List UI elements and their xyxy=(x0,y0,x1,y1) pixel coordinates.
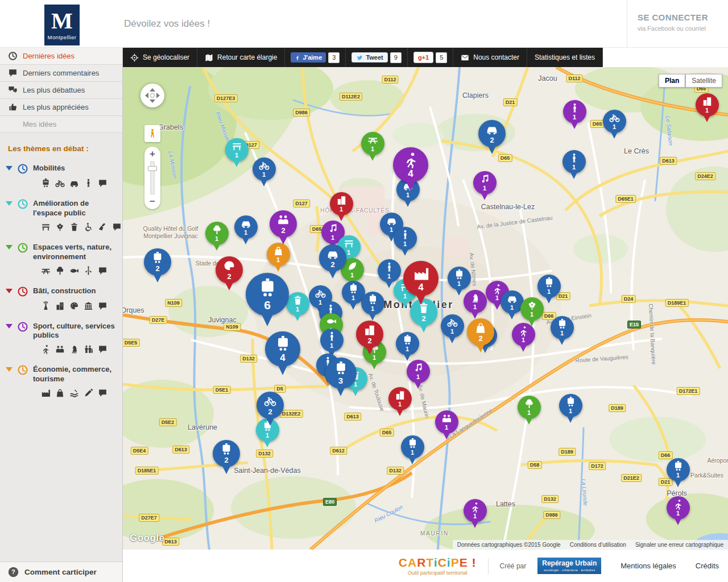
map-marker[interactable]: 1 xyxy=(537,275,561,298)
tweet-count: 9 xyxy=(390,52,402,63)
map-marker[interactable]: 1 xyxy=(401,435,424,459)
wide-map-button[interactable]: Retour carte élargie xyxy=(197,48,285,67)
marker-count: 1 xyxy=(495,295,499,301)
map-marker[interactable]: 1 xyxy=(407,360,430,383)
map-marker[interactable]: 1 xyxy=(361,132,384,155)
map-marker[interactable]: 1 xyxy=(464,290,487,313)
map-marker[interactable]: 1 xyxy=(518,396,541,419)
stats-button[interactable]: Statistiques et listes xyxy=(527,48,603,67)
reperage-urbain-logo[interactable]: Repérage Urbain sociologie · urbanisme ·… xyxy=(537,558,601,574)
marker-count: 2 xyxy=(224,456,228,464)
terms-link[interactable]: Conditions d'utilisation xyxy=(570,542,626,548)
sidebar-item-les-plus-debattues[interactable]: Les plus débattues xyxy=(0,82,122,99)
zoom-in-button[interactable]: + xyxy=(144,148,160,160)
map-marker[interactable]: 1 xyxy=(603,110,626,133)
gplus-button[interactable]: g+1 xyxy=(413,52,433,63)
facebook-like-button[interactable]: J'aime xyxy=(291,52,326,63)
clock-icon xyxy=(17,242,28,253)
help-button[interactable]: ? Comment carticiper xyxy=(0,562,122,582)
tweet-button[interactable]: Tweet xyxy=(351,52,387,63)
map-marker[interactable]: 4 xyxy=(403,261,439,296)
map-marker[interactable]: 1 xyxy=(563,100,586,123)
map-marker[interactable]: 1 xyxy=(667,458,690,481)
map-marker[interactable]: 1 xyxy=(286,292,309,315)
theme-header-bati[interactable]: Bâti, construction xyxy=(6,286,118,297)
map-marker[interactable]: 2 xyxy=(467,318,494,346)
comment-icon xyxy=(8,68,18,78)
sidebar-item-mes-idees[interactable]: Mes idées xyxy=(0,116,122,133)
zoom-slider-handle[interactable] xyxy=(148,166,157,171)
map-marker[interactable]: 2 xyxy=(257,392,284,419)
contact-button[interactable]: Nous contacter xyxy=(453,48,527,67)
sidebar-item-les-plus-appreciees[interactable]: Les plus appréciées xyxy=(0,99,122,116)
footer-link-credits[interactable]: Crédits xyxy=(696,562,719,570)
map-marker[interactable]: 4 xyxy=(393,147,428,182)
theme-header-economie[interactable]: Économie, commerce, tourisme xyxy=(6,364,118,384)
map-marker[interactable]: 6 xyxy=(246,273,289,316)
map-marker[interactable]: 1 xyxy=(361,292,384,315)
theme-header-espace_public[interactable]: Amélioration de l'espace public xyxy=(6,198,118,218)
zoom-slider[interactable] xyxy=(144,161,160,194)
map-marker[interactable]: 1 xyxy=(320,329,344,352)
login-button[interactable]: SE CONNECTER via Facebook ou courriel xyxy=(627,0,728,48)
map-marker[interactable]: 1 xyxy=(234,215,258,239)
map-marker[interactable]: 1 xyxy=(267,243,290,266)
map-marker[interactable]: 1 xyxy=(205,222,229,245)
map-marker[interactable]: 1 xyxy=(520,297,544,321)
chevron-down-icon[interactable] xyxy=(6,201,13,206)
chevron-down-icon[interactable] xyxy=(6,166,13,171)
chevron-down-icon[interactable] xyxy=(6,289,13,293)
map-marker[interactable]: 2 xyxy=(213,440,240,467)
theme-header-espaces_verts[interactable]: Espaces verts, nature, environnement xyxy=(6,242,118,262)
map-marker[interactable]: 1 xyxy=(559,394,582,417)
map-marker[interactable]: 1 xyxy=(394,227,417,250)
tram-icon xyxy=(367,294,378,305)
map-marker[interactable]: 1 xyxy=(667,496,690,519)
chevron-down-icon[interactable] xyxy=(6,324,13,329)
map-marker[interactable]: 1 xyxy=(378,259,401,282)
map-marker[interactable]: 1 xyxy=(448,267,471,290)
map-marker[interactable]: 1 xyxy=(512,323,535,346)
map-marker[interactable]: 3 xyxy=(325,357,357,389)
theme-header-mobilites[interactable]: Mobilités xyxy=(6,163,118,174)
marker-count: 1 xyxy=(350,272,354,278)
map-pan-control[interactable] xyxy=(140,83,165,108)
map-marker[interactable]: 1 xyxy=(696,93,719,117)
map-marker[interactable]: 1 xyxy=(225,138,249,161)
map-marker[interactable]: 1 xyxy=(388,387,412,410)
flower-icon xyxy=(55,222,65,232)
map-marker[interactable]: 1 xyxy=(396,332,419,355)
geolocate-button[interactable]: Se géolocaliser xyxy=(123,48,197,67)
map-marker[interactable]: 2 xyxy=(144,248,171,276)
map-marker[interactable]: 1 xyxy=(435,410,458,434)
map-marker[interactable]: 4 xyxy=(265,331,300,367)
pegman-icon[interactable] xyxy=(144,125,160,142)
map-marker[interactable]: 1 xyxy=(473,171,497,194)
carticipe-logo[interactable]: CARTiCiPE ! Outil participatif territori… xyxy=(399,556,477,576)
footer-link-mentions-legales[interactable]: Mentions légales xyxy=(621,562,676,570)
map-marker[interactable]: 2 xyxy=(356,321,383,348)
building-icon xyxy=(336,195,347,206)
map-marker[interactable]: 2 xyxy=(270,210,297,238)
map-type-satellite-button[interactable]: Satellite xyxy=(685,74,722,88)
theme-header-sport_culture[interactable]: Sport, culture, services publics xyxy=(6,321,118,341)
map-type-plan-button[interactable]: Plan xyxy=(659,74,685,88)
map-marker[interactable]: 1 xyxy=(464,499,487,522)
marker-count: 1 xyxy=(457,281,461,287)
chevron-down-icon[interactable] xyxy=(6,245,13,250)
map-marker[interactable]: 2 xyxy=(319,244,346,272)
report-error-link[interactable]: Signaler une erreur cartographique xyxy=(635,542,723,548)
chevron-down-icon[interactable] xyxy=(6,367,13,372)
sidebar-item-derniers-commentaires[interactable]: Derniers commentaires xyxy=(0,65,122,82)
map-marker[interactable]: 2 xyxy=(478,120,506,147)
map-marker[interactable]: 1 xyxy=(551,316,574,339)
sidebar-item-dernieres-idees[interactable]: Dernières idées xyxy=(0,48,122,65)
map-marker[interactable]: 1 xyxy=(562,150,586,173)
montpellier-logo[interactable]: M Montpellier xyxy=(44,5,80,45)
map-marker[interactable]: 2 xyxy=(216,256,243,284)
zoom-out-button[interactable]: − xyxy=(144,196,160,207)
map-marker[interactable]: 1 xyxy=(253,157,276,181)
map-marker[interactable]: 1 xyxy=(441,314,464,338)
map-canvas[interactable]: Av. de la Justice de CastelnauAv. Albert… xyxy=(123,67,728,550)
map-marker[interactable]: 1 xyxy=(330,192,353,215)
